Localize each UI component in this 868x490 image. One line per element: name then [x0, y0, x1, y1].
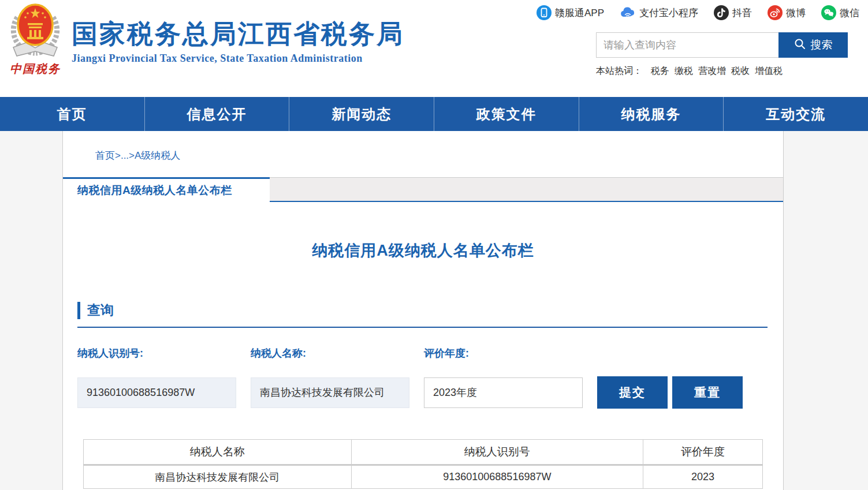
table-header-taxpayer-name: 纳税人名称 — [84, 440, 352, 465]
submit-button[interactable]: 提交 — [597, 376, 668, 409]
wechat-icon — [821, 5, 836, 20]
social-label: 抖音 — [732, 6, 752, 20]
social-link-wechat[interactable]: 微信 — [821, 5, 859, 20]
taxpayer-name-slot — [251, 377, 424, 408]
table-row: 南昌协达科技发展有限公司 91360100688516987W 2023 — [84, 465, 763, 489]
query-section-divider — [77, 327, 768, 328]
evaluation-year-select[interactable]: 2023年度 — [424, 377, 583, 408]
taxpayer-id-slot — [77, 377, 251, 408]
main-nav: 首页 信息公开 新闻动态 政策文件 纳税服务 互动交流 — [0, 97, 868, 131]
nav-item-news[interactable]: 新闻动态 — [289, 97, 434, 131]
taxpayer-id-label: 纳税人识别号: — [77, 346, 251, 360]
hot-word[interactable]: 营改增 — [698, 65, 726, 77]
query-section-title: 查询 — [87, 301, 114, 319]
douyin-icon — [714, 5, 729, 20]
content-container: 首页>...>A级纳税人 纳税信用A级纳税人名单公布栏 纳税信用A级纳税人名单公… — [62, 131, 784, 490]
search-button-label: 搜索 — [811, 38, 833, 53]
hot-word[interactable]: 缴税 — [675, 65, 693, 77]
tab-a-level-taxpayer-list[interactable]: 纳税信用A级纳税人名单公布栏 — [63, 177, 270, 202]
social-label: 微博 — [786, 6, 806, 20]
hot-word[interactable]: 税务 — [651, 65, 669, 77]
app-icon — [537, 5, 552, 20]
site-header: 中国税务 国家税务总局江西省税务局 Jiangxi Provincial Tax… — [0, 0, 868, 97]
table-header-taxpayer-id: 纳税人识别号 — [351, 440, 643, 465]
site-subtitle-english: Jiangxi Provincial Tax Service, State Ta… — [72, 53, 404, 65]
search-icon — [794, 38, 806, 53]
result-table: 纳税人名称 纳税人识别号 评价年度 南昌协达科技发展有限公司 913601006… — [83, 439, 763, 489]
breadcrumb[interactable]: 首页>...>A级纳税人 — [95, 131, 783, 162]
social-label: 赣服通APP — [555, 6, 604, 20]
evaluation-year-label: 评价年度: — [424, 346, 597, 360]
social-label: 微信 — [840, 6, 859, 20]
cell-evaluation-year: 2023 — [643, 465, 763, 489]
taxpayer-id-input[interactable] — [77, 377, 236, 408]
weibo-icon — [768, 5, 783, 20]
nav-item-policy[interactable]: 政策文件 — [434, 97, 579, 131]
reset-button[interactable]: 重置 — [672, 376, 743, 409]
cell-taxpayer-id: 91360100688516987W — [351, 465, 643, 489]
hot-word[interactable]: 增值税 — [755, 65, 783, 77]
query-form-labels: 纳税人识别号: 纳税人名称: 评价年度: — [77, 346, 783, 360]
social-links: 赣服通APP 支付宝小程序 — [536, 5, 859, 21]
table-header-evaluation-year: 评价年度 — [643, 440, 763, 465]
social-link-weibo[interactable]: 微博 — [768, 5, 806, 20]
hot-words: 本站热词： 税务 缴税 营改增 税收 增值税 — [596, 65, 848, 77]
table-header-row: 纳税人名称 纳税人识别号 评价年度 — [84, 440, 763, 465]
query-section-heading: 查询 — [77, 301, 783, 319]
nav-item-info-disclosure[interactable]: 信息公开 — [145, 97, 290, 131]
site-title-block: 国家税务总局江西省税务局 Jiangxi Provincial Tax Serv… — [72, 20, 404, 65]
logo-caption: 中国税务 — [3, 61, 67, 77]
search-input[interactable] — [596, 32, 778, 58]
nav-item-home[interactable]: 首页 — [0, 97, 145, 131]
tax-emblem-icon — [9, 52, 62, 62]
social-link-ganfutong[interactable]: 赣服通APP — [537, 5, 604, 20]
cell-taxpayer-name: 南昌协达科技发展有限公司 — [84, 465, 352, 489]
tab-strip: 纳税信用A级纳税人名单公布栏 — [63, 177, 783, 202]
taxpayer-name-input[interactable] — [251, 377, 409, 408]
search-button[interactable]: 搜索 — [778, 32, 848, 58]
social-link-alipay[interactable]: 支付宝小程序 — [620, 5, 698, 20]
hot-word[interactable]: 税收 — [731, 65, 750, 77]
site-title: 国家税务总局江西省税务局 — [72, 20, 404, 48]
social-label: 支付宝小程序 — [639, 6, 698, 20]
taxpayer-name-label: 纳税人名称: — [251, 346, 424, 360]
nav-item-tax-service[interactable]: 纳税服务 — [579, 97, 724, 131]
header-right: 赣服通APP 支付宝小程序 — [536, 5, 859, 77]
tab-strip-filler — [270, 177, 783, 202]
site-search: 搜索 — [596, 32, 848, 58]
site-logo: 中国税务 — [3, 2, 67, 77]
alipay-cloud-icon — [620, 5, 636, 20]
query-form-fields: 2023年度 提交 重置 — [77, 376, 783, 409]
page-title: 纳税信用A级纳税人名单公布栏 — [63, 240, 783, 261]
social-link-douyin[interactable]: 抖音 — [714, 5, 752, 20]
nav-item-interaction[interactable]: 互动交流 — [724, 97, 868, 131]
hot-words-label: 本站热词： — [596, 65, 642, 77]
evaluation-year-slot: 2023年度 — [424, 377, 597, 408]
section-accent-bar — [77, 302, 80, 319]
